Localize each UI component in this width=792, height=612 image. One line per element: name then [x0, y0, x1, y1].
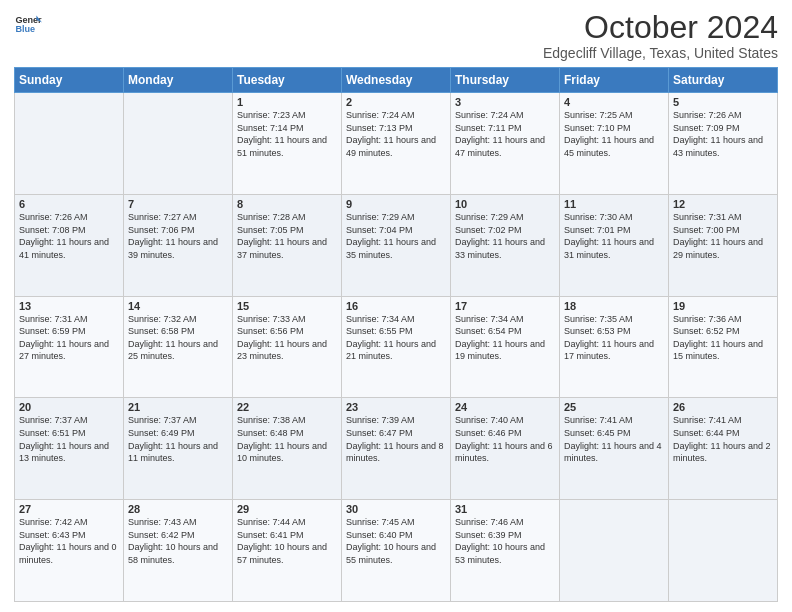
- day-header-friday: Friday: [560, 68, 669, 93]
- day-number: 23: [346, 401, 446, 413]
- calendar-cell: 2Sunrise: 7:24 AM Sunset: 7:13 PM Daylig…: [342, 93, 451, 195]
- day-number: 24: [455, 401, 555, 413]
- day-header-monday: Monday: [124, 68, 233, 93]
- day-number: 7: [128, 198, 228, 210]
- day-number: 25: [564, 401, 664, 413]
- day-info: Sunrise: 7:42 AM Sunset: 6:43 PM Dayligh…: [19, 516, 119, 566]
- day-number: 20: [19, 401, 119, 413]
- day-info: Sunrise: 7:27 AM Sunset: 7:06 PM Dayligh…: [128, 211, 228, 261]
- page-title: October 2024: [543, 10, 778, 45]
- calendar-cell: 7Sunrise: 7:27 AM Sunset: 7:06 PM Daylig…: [124, 194, 233, 296]
- day-info: Sunrise: 7:23 AM Sunset: 7:14 PM Dayligh…: [237, 109, 337, 159]
- calendar-cell: [560, 500, 669, 602]
- day-info: Sunrise: 7:26 AM Sunset: 7:09 PM Dayligh…: [673, 109, 773, 159]
- calendar-cell: 27Sunrise: 7:42 AM Sunset: 6:43 PM Dayli…: [15, 500, 124, 602]
- calendar-cell: 5Sunrise: 7:26 AM Sunset: 7:09 PM Daylig…: [669, 93, 778, 195]
- calendar-cell: 18Sunrise: 7:35 AM Sunset: 6:53 PM Dayli…: [560, 296, 669, 398]
- day-info: Sunrise: 7:32 AM Sunset: 6:58 PM Dayligh…: [128, 313, 228, 363]
- day-number: 21: [128, 401, 228, 413]
- day-number: 26: [673, 401, 773, 413]
- day-number: 18: [564, 300, 664, 312]
- calendar-cell: 15Sunrise: 7:33 AM Sunset: 6:56 PM Dayli…: [233, 296, 342, 398]
- day-number: 4: [564, 96, 664, 108]
- day-info: Sunrise: 7:41 AM Sunset: 6:44 PM Dayligh…: [673, 414, 773, 464]
- day-number: 10: [455, 198, 555, 210]
- calendar-cell: 9Sunrise: 7:29 AM Sunset: 7:04 PM Daylig…: [342, 194, 451, 296]
- day-number: 29: [237, 503, 337, 515]
- calendar-cell: 30Sunrise: 7:45 AM Sunset: 6:40 PM Dayli…: [342, 500, 451, 602]
- day-info: Sunrise: 7:41 AM Sunset: 6:45 PM Dayligh…: [564, 414, 664, 464]
- calendar-cell: 26Sunrise: 7:41 AM Sunset: 6:44 PM Dayli…: [669, 398, 778, 500]
- day-info: Sunrise: 7:36 AM Sunset: 6:52 PM Dayligh…: [673, 313, 773, 363]
- calendar-cell: [15, 93, 124, 195]
- day-info: Sunrise: 7:40 AM Sunset: 6:46 PM Dayligh…: [455, 414, 555, 464]
- day-number: 8: [237, 198, 337, 210]
- day-info: Sunrise: 7:35 AM Sunset: 6:53 PM Dayligh…: [564, 313, 664, 363]
- day-number: 28: [128, 503, 228, 515]
- day-number: 2: [346, 96, 446, 108]
- day-number: 3: [455, 96, 555, 108]
- calendar-cell: 21Sunrise: 7:37 AM Sunset: 6:49 PM Dayli…: [124, 398, 233, 500]
- day-number: 15: [237, 300, 337, 312]
- title-block: October 2024 Edgecliff Village, Texas, U…: [543, 10, 778, 61]
- day-info: Sunrise: 7:30 AM Sunset: 7:01 PM Dayligh…: [564, 211, 664, 261]
- day-info: Sunrise: 7:24 AM Sunset: 7:13 PM Dayligh…: [346, 109, 446, 159]
- day-info: Sunrise: 7:31 AM Sunset: 6:59 PM Dayligh…: [19, 313, 119, 363]
- calendar-cell: 4Sunrise: 7:25 AM Sunset: 7:10 PM Daylig…: [560, 93, 669, 195]
- day-number: 9: [346, 198, 446, 210]
- day-number: 6: [19, 198, 119, 210]
- day-number: 1: [237, 96, 337, 108]
- day-info: Sunrise: 7:34 AM Sunset: 6:54 PM Dayligh…: [455, 313, 555, 363]
- day-number: 16: [346, 300, 446, 312]
- day-number: 5: [673, 96, 773, 108]
- calendar-cell: 22Sunrise: 7:38 AM Sunset: 6:48 PM Dayli…: [233, 398, 342, 500]
- day-number: 12: [673, 198, 773, 210]
- calendar-cell: 3Sunrise: 7:24 AM Sunset: 7:11 PM Daylig…: [451, 93, 560, 195]
- calendar-cell: 19Sunrise: 7:36 AM Sunset: 6:52 PM Dayli…: [669, 296, 778, 398]
- calendar-cell: 23Sunrise: 7:39 AM Sunset: 6:47 PM Dayli…: [342, 398, 451, 500]
- calendar-cell: [669, 500, 778, 602]
- svg-text:Blue: Blue: [15, 24, 35, 34]
- logo: General Blue: [14, 10, 42, 38]
- day-number: 31: [455, 503, 555, 515]
- day-info: Sunrise: 7:46 AM Sunset: 6:39 PM Dayligh…: [455, 516, 555, 566]
- day-number: 22: [237, 401, 337, 413]
- calendar-cell: 14Sunrise: 7:32 AM Sunset: 6:58 PM Dayli…: [124, 296, 233, 398]
- calendar-cell: 20Sunrise: 7:37 AM Sunset: 6:51 PM Dayli…: [15, 398, 124, 500]
- day-info: Sunrise: 7:31 AM Sunset: 7:00 PM Dayligh…: [673, 211, 773, 261]
- day-number: 14: [128, 300, 228, 312]
- calendar-cell: 8Sunrise: 7:28 AM Sunset: 7:05 PM Daylig…: [233, 194, 342, 296]
- day-info: Sunrise: 7:37 AM Sunset: 6:49 PM Dayligh…: [128, 414, 228, 464]
- calendar-cell: [124, 93, 233, 195]
- day-info: Sunrise: 7:25 AM Sunset: 7:10 PM Dayligh…: [564, 109, 664, 159]
- calendar-cell: 12Sunrise: 7:31 AM Sunset: 7:00 PM Dayli…: [669, 194, 778, 296]
- calendar-cell: 24Sunrise: 7:40 AM Sunset: 6:46 PM Dayli…: [451, 398, 560, 500]
- logo-icon: General Blue: [14, 10, 42, 38]
- day-info: Sunrise: 7:29 AM Sunset: 7:04 PM Dayligh…: [346, 211, 446, 261]
- day-number: 19: [673, 300, 773, 312]
- day-header-tuesday: Tuesday: [233, 68, 342, 93]
- day-info: Sunrise: 7:26 AM Sunset: 7:08 PM Dayligh…: [19, 211, 119, 261]
- day-number: 30: [346, 503, 446, 515]
- day-info: Sunrise: 7:37 AM Sunset: 6:51 PM Dayligh…: [19, 414, 119, 464]
- page-subtitle: Edgecliff Village, Texas, United States: [543, 45, 778, 61]
- day-info: Sunrise: 7:38 AM Sunset: 6:48 PM Dayligh…: [237, 414, 337, 464]
- calendar-cell: 31Sunrise: 7:46 AM Sunset: 6:39 PM Dayli…: [451, 500, 560, 602]
- calendar-table: SundayMondayTuesdayWednesdayThursdayFrid…: [14, 67, 778, 602]
- day-info: Sunrise: 7:33 AM Sunset: 6:56 PM Dayligh…: [237, 313, 337, 363]
- day-header-sunday: Sunday: [15, 68, 124, 93]
- day-number: 11: [564, 198, 664, 210]
- day-info: Sunrise: 7:44 AM Sunset: 6:41 PM Dayligh…: [237, 516, 337, 566]
- calendar-cell: 29Sunrise: 7:44 AM Sunset: 6:41 PM Dayli…: [233, 500, 342, 602]
- calendar-cell: 17Sunrise: 7:34 AM Sunset: 6:54 PM Dayli…: [451, 296, 560, 398]
- day-info: Sunrise: 7:43 AM Sunset: 6:42 PM Dayligh…: [128, 516, 228, 566]
- day-header-thursday: Thursday: [451, 68, 560, 93]
- calendar-cell: 1Sunrise: 7:23 AM Sunset: 7:14 PM Daylig…: [233, 93, 342, 195]
- page-header: General Blue October 2024 Edgecliff Vill…: [14, 10, 778, 61]
- day-number: 13: [19, 300, 119, 312]
- calendar-cell: 10Sunrise: 7:29 AM Sunset: 7:02 PM Dayli…: [451, 194, 560, 296]
- calendar-cell: 28Sunrise: 7:43 AM Sunset: 6:42 PM Dayli…: [124, 500, 233, 602]
- calendar-cell: 25Sunrise: 7:41 AM Sunset: 6:45 PM Dayli…: [560, 398, 669, 500]
- day-header-saturday: Saturday: [669, 68, 778, 93]
- day-number: 17: [455, 300, 555, 312]
